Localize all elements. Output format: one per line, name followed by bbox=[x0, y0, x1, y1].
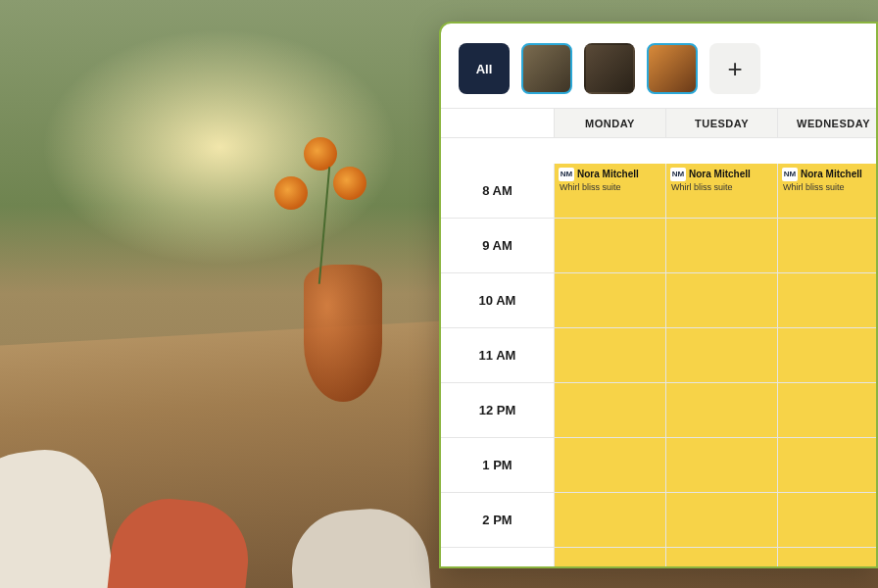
calendar-slot[interactable]: NMNora Mitchell Whirl bliss suite bbox=[555, 164, 666, 219]
calendar-slot[interactable] bbox=[666, 273, 778, 328]
add-property-button[interactable]: + bbox=[709, 43, 760, 94]
calendar-slot[interactable] bbox=[778, 493, 878, 548]
calendar-slot[interactable] bbox=[778, 383, 878, 438]
booking-event[interactable]: NMNora Mitchell Whirl bliss suite bbox=[666, 164, 777, 193]
calendar-slot[interactable] bbox=[666, 493, 778, 548]
calendar-slot[interactable] bbox=[666, 438, 778, 493]
time-label: 3 PM bbox=[441, 548, 555, 568]
calendar-slot[interactable] bbox=[555, 383, 666, 438]
calendar-slot[interactable] bbox=[666, 383, 778, 438]
day-header-wednesday: WEDNESDAY bbox=[778, 109, 878, 138]
calendar-slot[interactable] bbox=[666, 548, 778, 568]
guest-name: Nora Mitchell bbox=[801, 169, 862, 179]
day-header-tuesday: TUESDAY bbox=[666, 109, 778, 138]
calendar-slot[interactable] bbox=[555, 493, 666, 548]
property-tabs: All + bbox=[441, 24, 876, 108]
calendar-slot[interactable] bbox=[555, 548, 666, 568]
room-name: Whirl bliss suite bbox=[671, 182, 773, 193]
calendar-grid: MONDAY TUESDAY WEDNESDAY 8 AM NMNora Mit… bbox=[441, 108, 876, 568]
tab-thumb-fireplace[interactable] bbox=[647, 43, 698, 94]
calendar-slot[interactable] bbox=[555, 328, 666, 383]
tab-thumb-pool[interactable] bbox=[521, 43, 572, 94]
guest-name: Nora Mitchell bbox=[689, 169, 751, 179]
time-label: 8 AM bbox=[441, 164, 555, 219]
calendar-slot[interactable] bbox=[555, 219, 666, 273]
time-label: 10 AM bbox=[441, 273, 555, 328]
booking-event[interactable]: NMNora Mitchell Whirl bliss suite bbox=[778, 164, 878, 193]
time-label: 9 AM bbox=[441, 219, 555, 273]
flower-vase bbox=[304, 265, 382, 402]
calendar-corner bbox=[441, 109, 555, 138]
plus-icon: + bbox=[727, 54, 742, 84]
room-name: Whirl bliss suite bbox=[560, 182, 661, 193]
booking-event[interactable]: NMNora Mitchell Whirl bliss suite bbox=[555, 164, 665, 193]
calendar-slot[interactable] bbox=[666, 328, 778, 383]
calendar-slot[interactable] bbox=[778, 328, 878, 383]
tab-all[interactable]: All bbox=[459, 43, 510, 94]
avatar: NM bbox=[559, 168, 574, 181]
avatar: NM bbox=[670, 168, 686, 181]
room-name: Whirl bliss suite bbox=[783, 182, 878, 193]
guest-name: Nora Mitchell bbox=[577, 169, 639, 179]
calendar-slot[interactable] bbox=[555, 438, 666, 493]
calendar-slot[interactable] bbox=[555, 273, 666, 328]
time-label: 11 AM bbox=[441, 328, 555, 383]
tab-thumb-interior[interactable] bbox=[584, 43, 635, 94]
calendar-slot[interactable] bbox=[778, 548, 878, 568]
day-header-monday: MONDAY bbox=[555, 109, 666, 138]
calendar-slot[interactable]: NMNora Mitchell Whirl bliss suite bbox=[666, 164, 778, 219]
calendar-slot[interactable] bbox=[666, 219, 778, 273]
calendar-slot[interactable] bbox=[778, 273, 878, 328]
calendar-slot[interactable]: NMNora Mitchell Whirl bliss suite bbox=[778, 164, 878, 219]
time-label: 2 PM bbox=[441, 493, 555, 548]
time-label: 12 PM bbox=[441, 383, 555, 438]
calendar-slot[interactable] bbox=[778, 438, 878, 493]
avatar: NM bbox=[782, 168, 798, 181]
time-label: 1 PM bbox=[441, 438, 555, 493]
calendar-panel: All + MONDAY TUESDAY WEDNESDAY 8 AM NMNo… bbox=[439, 22, 878, 568]
calendar-slot[interactable] bbox=[778, 219, 878, 273]
